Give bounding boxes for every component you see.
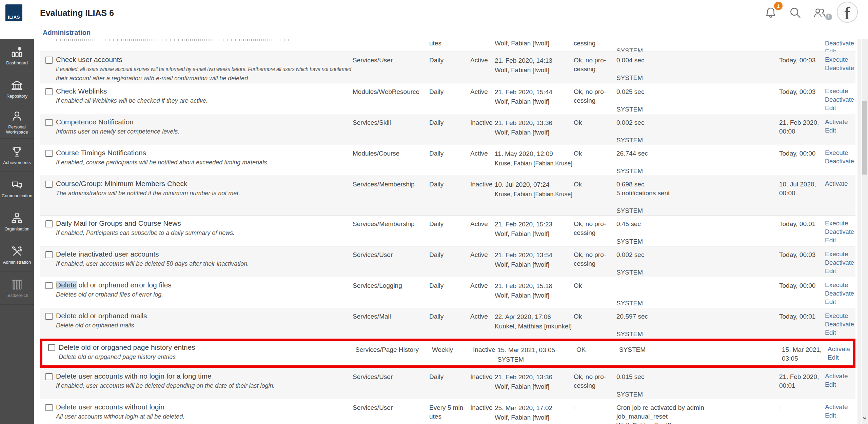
- schedule-cell: utes: [429, 39, 470, 52]
- row-checkbox[interactable]: [45, 404, 53, 411]
- row-checkbox[interactable]: [48, 344, 55, 351]
- action-link-execute[interactable]: Execute: [825, 311, 848, 320]
- status-cell: Inactive: [470, 176, 495, 215]
- task-cell: Delete old or orphaned mailsDelete old o…: [56, 308, 353, 339]
- job-title: Check Weblinks: [56, 86, 353, 96]
- actions-cell: ExecuteDeactivate: [825, 145, 855, 176]
- row-checkbox[interactable]: [45, 119, 53, 126]
- tubes-icon: [10, 278, 24, 291]
- action-link-activate[interactable]: Activate: [825, 403, 848, 411]
- sidebar-item-repository[interactable]: Repository: [0, 72, 34, 105]
- action-link-edit[interactable]: Edit: [825, 126, 836, 135]
- action-link-execute[interactable]: Execute: [825, 219, 848, 227]
- action-link-edit[interactable]: Edit: [828, 353, 839, 362]
- result-cell: Ok, no pro-cessing: [574, 216, 616, 246]
- action-link-activate[interactable]: Activate: [825, 118, 848, 126]
- next-run-cell: 15. Mar 2021,03:05: [782, 341, 828, 365]
- scrollbar-track[interactable]: [862, 27, 868, 424]
- table-row: Check user accountsIf enabled, all users…: [40, 52, 855, 83]
- cron-jobs-rows: utesWolf, Fabian [fwolf]cessingSYSTEMDea…: [40, 39, 855, 424]
- page-title: Evaluating ILIAS 6: [40, 0, 114, 26]
- search-icon: [789, 15, 802, 21]
- action-link-edit[interactable]: Edit: [825, 47, 836, 52]
- sidebar-item-personal-workspace[interactable]: Personal Workspace: [0, 105, 34, 139]
- action-link-deactivate[interactable]: Deactivate: [825, 64, 854, 72]
- row-checkbox[interactable]: [45, 251, 53, 258]
- schedule-cell: Daily: [429, 176, 470, 215]
- job-description: their account after a registration with …: [56, 74, 353, 83]
- actions-cell: ActivateEdit: [825, 368, 855, 399]
- task-cell: Competence NotificationInforms user on n…: [56, 114, 353, 145]
- row-checkbox[interactable]: [45, 220, 53, 227]
- action-link-edit[interactable]: Edit: [825, 328, 836, 337]
- job-description: Delete old or orpganed page history entr…: [59, 352, 355, 362]
- action-link-activate[interactable]: Activate: [825, 372, 848, 380]
- job-description: If enabled, user accounts will be delete…: [56, 381, 353, 390]
- sidebar-item-testbereich[interactable]: Testbereich: [0, 271, 34, 305]
- sidebar-item-organisation[interactable]: Organisation: [0, 205, 34, 238]
- action-link-deactivate[interactable]: Deactivate: [825, 289, 854, 298]
- action-link-execute[interactable]: Execute: [825, 281, 848, 289]
- sidebar-item-achievements[interactable]: Achievements: [0, 139, 34, 172]
- row-checkbox[interactable]: [45, 150, 53, 157]
- action-link-edit[interactable]: Edit: [825, 411, 836, 420]
- search-button[interactable]: [789, 6, 802, 20]
- who-is-online-button[interactable]: [812, 6, 827, 20]
- table-row-partial-top: utesWolf, Fabian [fwolf]cessingSYSTEMDea…: [40, 39, 855, 52]
- user-avatar[interactable]: f: [837, 2, 858, 23]
- action-link-activate[interactable]: Activate: [828, 345, 851, 353]
- next-run-cell: Today, 00:01: [779, 216, 825, 246]
- row-checkbox[interactable]: [45, 57, 53, 64]
- action-link-deactivate[interactable]: Deactivate: [825, 157, 854, 165]
- status-cell: Active: [470, 277, 495, 308]
- action-link-deactivate[interactable]: Deactivate: [825, 39, 854, 47]
- action-link-edit[interactable]: Edit: [825, 236, 836, 244]
- result-info-cell: 0.025 sec SYSTEM: [616, 83, 779, 114]
- action-link-deactivate[interactable]: Deactivate: [825, 227, 854, 236]
- result-info-cell: SYSTEM: [619, 341, 782, 365]
- action-link-execute[interactable]: Execute: [825, 55, 848, 64]
- next-run-cell: Today, 00:03: [779, 246, 825, 277]
- row-checkbox[interactable]: [45, 88, 53, 95]
- breadcrumb-administration[interactable]: Administration: [43, 29, 91, 37]
- task-cell: Delete user accounts without loginAll us…: [56, 399, 353, 424]
- last-run-cell: 21. Feb 2020, 15:23Wolf, Fabian [fwolf]: [495, 216, 574, 246]
- action-link-deactivate[interactable]: Deactivate: [825, 320, 854, 328]
- action-link-edit[interactable]: Edit: [825, 104, 836, 112]
- job-title: Course Timings Notifications: [56, 148, 353, 158]
- row-checkbox[interactable]: [45, 313, 53, 320]
- action-link-deactivate[interactable]: Deactivate: [825, 258, 854, 267]
- status-cell: Inactive: [470, 399, 495, 424]
- row-checkbox[interactable]: [45, 282, 53, 289]
- action-link-activate[interactable]: Activate: [825, 179, 848, 188]
- scrollbar-thumb[interactable]: [862, 101, 867, 175]
- task-cell: Course/Group: Minimum Members CheckThe a…: [56, 176, 353, 215]
- job-title: Delete inactivated user accounts: [56, 249, 353, 259]
- status-cell: Inactive: [470, 114, 495, 145]
- status-cell: Active: [470, 216, 495, 246]
- result-cell: Ok, no pro-cessing: [574, 368, 616, 399]
- action-link-edit[interactable]: Edit: [825, 380, 836, 389]
- action-link-edit[interactable]: Edit: [825, 298, 836, 306]
- row-checkbox[interactable]: [45, 373, 53, 380]
- action-link-edit[interactable]: Edit: [825, 267, 836, 275]
- result-info-cell: Cron job re-activated by adminjob_manual…: [616, 399, 779, 424]
- trophy-icon: [10, 145, 24, 159]
- dashboard-icon: [10, 45, 24, 59]
- action-link-deactivate[interactable]: Deactivate: [825, 95, 854, 104]
- inner-scrollbar-track[interactable]: [857, 39, 861, 424]
- result-cell: cessing: [574, 39, 616, 52]
- ilias-logo[interactable]: ILIAS: [5, 4, 22, 21]
- row-checkbox[interactable]: [45, 181, 53, 188]
- action-link-execute[interactable]: Execute: [825, 87, 848, 95]
- sidebar-item-administration[interactable]: Administration: [0, 238, 34, 271]
- action-link-execute[interactable]: Execute: [825, 250, 848, 258]
- result-info-cell: 0.004 sec SYSTEM: [616, 52, 779, 83]
- last-run-cell: 21. Feb 2020, 15:44Wolf, Fabian [fwolf]: [495, 83, 574, 114]
- sidebar-item-dashboard[interactable]: Dashboard: [0, 39, 34, 72]
- sidebar-item-communication[interactable]: Communication: [0, 172, 34, 205]
- status-cell: Active: [470, 83, 495, 114]
- action-link-execute[interactable]: Execute: [825, 148, 848, 157]
- scroll-down-arrow[interactable]: [862, 416, 867, 421]
- result-cell: Ok, no pro-cessing: [574, 246, 616, 277]
